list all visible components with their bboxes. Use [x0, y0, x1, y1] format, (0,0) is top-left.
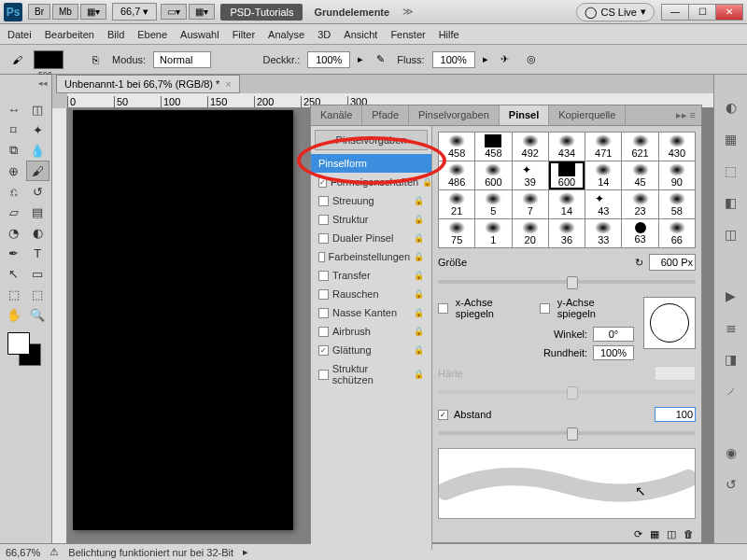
deckkraft-arrow-icon[interactable]: ▸	[358, 53, 363, 65]
brush-tip-21[interactable]: 21	[439, 190, 474, 218]
menu-datei[interactable]: Datei	[7, 29, 32, 40]
checkbox[interactable]	[318, 215, 329, 225]
groesse-slider[interactable]	[438, 280, 696, 284]
panel-icon-1[interactable]: ⟳	[634, 528, 642, 540]
checkbox[interactable]	[318, 308, 329, 318]
wand-tool[interactable]: ✦	[26, 119, 50, 140]
modus-select[interactable]: Normal	[153, 51, 210, 68]
brush-tip-66[interactable]: 66	[659, 219, 695, 247]
delete-preset-icon[interactable]: 🗑	[684, 528, 694, 540]
history-brush-tool[interactable]: ↺	[26, 181, 50, 202]
3d-tool[interactable]: ⬚	[2, 284, 26, 304]
brush-option-airbrush[interactable]: Airbrush🔒	[311, 322, 431, 341]
masks-panel-icon[interactable]: ◫	[721, 224, 741, 245]
brush-option-struktur[interactable]: Struktur🔒	[311, 210, 431, 229]
checkbox[interactable]	[318, 289, 329, 300]
layers-panel-icon[interactable]: ≣	[721, 317, 741, 338]
checkbox[interactable]	[318, 271, 329, 281]
abstand-input[interactable]	[655, 407, 696, 422]
fluss-input[interactable]: 100%	[432, 51, 475, 68]
screen-mode-button[interactable]: ▦▾	[80, 4, 106, 20]
brush-tip-7[interactable]: 7	[513, 190, 548, 218]
rundheit-input[interactable]	[593, 345, 634, 360]
airbrush-icon[interactable]: ✈	[496, 50, 514, 69]
menu-bild[interactable]: Bild	[107, 29, 124, 40]
lock-icon[interactable]: 🔒	[414, 196, 424, 205]
checkbox[interactable]	[318, 233, 329, 244]
brush-tip-90[interactable]: 90	[659, 161, 695, 189]
adjustments-panel-icon[interactable]: ◧	[721, 192, 741, 213]
dodge-tool[interactable]: ◐	[26, 222, 50, 243]
brush-tool[interactable]: 🖌	[26, 161, 50, 181]
brush-option-formeigenschaften[interactable]: ✓Formeigenschaften🔒	[311, 173, 431, 191]
play-panel-icon[interactable]: ▶	[721, 286, 741, 306]
swatches-panel-icon[interactable]: ▦	[721, 129, 741, 149]
maximize-button[interactable]: ☐	[688, 4, 716, 21]
styles-panel-icon[interactable]: ⬚	[721, 161, 741, 181]
minibridge-button[interactable]: Mb	[52, 4, 78, 20]
pen-tool[interactable]: ✒	[2, 243, 26, 263]
checkbox[interactable]: ✓	[318, 177, 327, 188]
menu-hilfe[interactable]: Hilfe	[439, 29, 459, 40]
close-button[interactable]: ✕	[715, 4, 743, 21]
shape-tool[interactable]: ▭	[26, 263, 50, 284]
brush-tip-486[interactable]: 486	[439, 161, 474, 189]
bridge-button[interactable]: Br	[28, 4, 50, 20]
fluss-arrow-icon[interactable]: ▸	[483, 53, 488, 65]
tab-pinsel[interactable]: Pinsel	[500, 105, 549, 125]
brush-option-struktur-schützen[interactable]: Struktur schützen🔒	[311, 359, 431, 389]
reset-size-icon[interactable]: ↻	[635, 257, 643, 269]
brush-tip-492[interactable]: 492	[513, 133, 548, 161]
brush-option-nasse-kanten[interactable]: Nasse Kanten🔒	[311, 303, 431, 322]
blur-tool[interactable]: ◔	[2, 222, 26, 243]
brush-tip-58[interactable]: 58	[659, 190, 695, 218]
abstand-slider[interactable]	[438, 431, 696, 435]
winkel-input[interactable]	[593, 327, 634, 342]
cslive-button[interactable]: CS Live ▾	[576, 3, 655, 21]
tab-kopierquelle[interactable]: Kopierquelle	[549, 105, 626, 125]
brush-tip-20[interactable]: 20	[513, 219, 548, 247]
brush-tip-430[interactable]: 430	[659, 133, 695, 161]
brush-tip-14[interactable]: 14	[585, 161, 621, 189]
brush-tip-23[interactable]: 23	[622, 190, 657, 218]
brush-tip-621[interactable]: 621	[622, 133, 657, 161]
menu-bearbeiten[interactable]: Bearbeiten	[45, 29, 94, 40]
tablet-opacity-icon[interactable]: ✎	[371, 50, 389, 69]
document-tab[interactable]: Unbenannt-1 bei 66,7% (RGB/8) *×	[56, 75, 240, 93]
heal-tool[interactable]: ⊕	[2, 161, 26, 181]
menu-auswahl[interactable]: Auswahl	[180, 29, 219, 40]
color-panel-icon[interactable]: ◐	[721, 97, 741, 118]
brush-tip-458[interactable]: 458	[475, 133, 511, 161]
tablet-size-icon[interactable]: ◎	[522, 50, 541, 69]
paths-panel-icon[interactable]: ⟋	[721, 381, 741, 401]
tab-pfade[interactable]: Pfade	[362, 105, 409, 125]
angle-preview[interactable]	[643, 297, 696, 349]
brush-option-transfer[interactable]: Transfer🔒	[311, 266, 431, 285]
brush-tip-5[interactable]: 5	[475, 190, 511, 218]
brush-option-farbeinstellungen[interactable]: Farbeinstellungen🔒	[311, 247, 431, 266]
brush-option-dualer-pinsel[interactable]: Dualer Pinsel🔒	[311, 229, 431, 247]
lock-icon[interactable]: 🔒	[414, 370, 424, 379]
brush-option-pinselform[interactable]: Pinselform	[311, 154, 431, 173]
lock-icon[interactable]: 🔒	[414, 271, 424, 280]
close-tab-icon[interactable]: ×	[225, 78, 231, 90]
menu-fenster[interactable]: Fenster	[390, 29, 425, 40]
checkbox[interactable]	[318, 252, 325, 262]
deckkraft-input[interactable]: 100%	[307, 51, 350, 68]
arrange-button[interactable]: ▦▾	[189, 4, 215, 20]
brush-tip-14[interactable]: 14	[549, 190, 585, 218]
eyedropper-tool[interactable]: 💧	[26, 140, 50, 161]
brush-tip-471[interactable]: 471	[585, 133, 621, 161]
lock-icon[interactable]: 🔒	[414, 327, 424, 336]
brush-tip-45[interactable]: 45	[622, 161, 657, 189]
minimize-button[interactable]: —	[661, 4, 689, 21]
brush-panel-toggle-icon[interactable]: ⎘	[86, 50, 105, 69]
menu-ansicht[interactable]: Ansicht	[344, 29, 377, 40]
eraser-tool[interactable]: ▱	[2, 202, 26, 222]
status-zoom[interactable]: 66,67%	[6, 547, 40, 558]
menu-ebene[interactable]: Ebene	[137, 29, 167, 40]
brush-option-streuung[interactable]: Streuung🔒	[311, 191, 431, 210]
brush-tip-grid[interactable]: 4584584924344716214304866003960014459021…	[438, 132, 696, 248]
gradient-tool[interactable]: ▤	[26, 202, 50, 222]
x-mirror-checkbox[interactable]	[438, 303, 448, 314]
